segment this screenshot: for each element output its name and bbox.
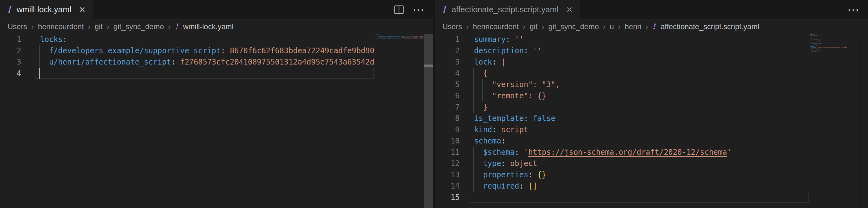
code-token: : xyxy=(506,35,510,44)
code-token: u/henri/affectionate_script xyxy=(49,58,171,67)
breadcrumb-item[interactable]: henricourdent xyxy=(473,22,519,31)
breadcrumb-separator-icon: › xyxy=(645,23,648,31)
code-token: : xyxy=(501,136,506,145)
code-token: locks xyxy=(40,35,63,44)
tab-label: wmill-lock.yaml xyxy=(17,5,71,15)
code-line[interactable]: "version": "3", xyxy=(474,79,732,90)
tab-affectionate-script-yaml[interactable]: ! affectionate_script.script.yaml ✕ xyxy=(435,0,580,19)
code-line[interactable]: locks: xyxy=(40,34,374,45)
breadcrumb-item[interactable]: git xyxy=(95,22,102,31)
breadcrumb-item[interactable]: u xyxy=(610,22,614,31)
minimap[interactable]: summary: ''description: ''lock: | { "ver… xyxy=(810,34,859,208)
code-token: required xyxy=(483,182,519,190)
minimap-line: u/henri/affectionate_script: f2768573cfc… xyxy=(375,37,423,39)
code-token: : xyxy=(519,182,524,190)
code-token: schema xyxy=(474,136,501,145)
code-line[interactable] xyxy=(474,192,732,203)
code-token xyxy=(528,46,532,55)
code-token: 8670f6c62f683bdea72249cadfe9bd90 xyxy=(230,46,374,55)
tab-label: affectionate_script.script.yaml xyxy=(452,5,558,15)
breadcrumb: Users›henricourdent›git›git_sync_demo›u›… xyxy=(435,20,868,34)
code-line[interactable]: $schema: 'https://json-schema.org/draft/… xyxy=(474,147,732,158)
code-line[interactable]: is_template: false xyxy=(474,113,732,124)
code-token xyxy=(474,148,483,157)
breadcrumb-item[interactable]: Users xyxy=(7,22,27,31)
scrollbar-marker xyxy=(424,64,433,67)
breadcrumb-file[interactable]: affectionate_script.script.yaml xyxy=(661,22,760,31)
code-editor[interactable]: 1234locks: f/developers_example/supporti… xyxy=(0,34,433,208)
code-line[interactable]: kind: script xyxy=(474,124,732,135)
schema-url-link[interactable]: https://json-schema.org/draft/2020-12/sc… xyxy=(528,148,727,157)
code-area[interactable]: locks: f/developers_example/supportive_s… xyxy=(0,34,374,208)
breadcrumb-item[interactable]: Users xyxy=(442,22,462,31)
tab-bar-right: ! affectionate_script.script.yaml ✕ ⋯ xyxy=(435,0,868,20)
code-token: '' xyxy=(533,46,542,55)
code-token: : xyxy=(492,58,497,67)
code-token: false xyxy=(533,114,555,123)
code-line[interactable]: type: object xyxy=(474,158,732,169)
code-token: f2768573cfc204108975501312a4d95e7543a635… xyxy=(180,58,374,67)
yaml-warning-file-icon: ! xyxy=(652,23,656,30)
breadcrumb-item[interactable]: git_sync_demo xyxy=(549,22,599,31)
close-icon[interactable]: ✕ xyxy=(79,6,86,14)
breadcrumb-separator-icon: › xyxy=(541,23,545,31)
yaml-warning-file-icon: ! xyxy=(7,5,11,15)
breadcrumb-item[interactable]: henri xyxy=(625,22,641,31)
breadcrumb-separator-icon: › xyxy=(31,23,34,31)
breadcrumb-separator-icon: › xyxy=(168,23,171,31)
code-line[interactable]: u/henri/affectionate_script: f2768573cfc… xyxy=(40,56,374,68)
code-token: : xyxy=(515,148,519,157)
breadcrumb-item[interactable]: git_sync_demo xyxy=(114,22,164,31)
code-token: type xyxy=(483,159,501,168)
code-line[interactable]: required: [] xyxy=(474,180,732,192)
minimap-line: required: [] xyxy=(810,51,859,52)
breadcrumb-item[interactable]: git xyxy=(530,22,537,31)
close-icon[interactable]: ✕ xyxy=(566,6,573,14)
code-line[interactable]: lock: | xyxy=(474,56,732,68)
code-column: summary: ''description: ''lock: | { "ver… xyxy=(474,34,732,203)
code-line[interactable]: { xyxy=(474,68,732,79)
code-token xyxy=(528,114,532,123)
more-actions-icon[interactable]: ⋯ xyxy=(412,4,425,16)
code-line[interactable]: properties: {} xyxy=(474,169,732,180)
code-line[interactable]: description: '' xyxy=(474,45,732,56)
code-line[interactable]: schema: xyxy=(474,135,732,147)
code-token: : xyxy=(528,171,532,179)
code-token: : xyxy=(221,46,225,55)
more-actions-icon[interactable]: ⋯ xyxy=(847,4,860,16)
breadcrumb-item[interactable]: henricourdent xyxy=(38,22,84,31)
code-column: locks: f/developers_example/supportive_s… xyxy=(40,34,374,79)
editor-actions: ⋯ xyxy=(394,0,433,19)
code-token: script xyxy=(501,125,528,134)
code-area[interactable]: summary: ''description: ''lock: | { "ver… xyxy=(435,34,809,208)
code-token xyxy=(519,148,524,157)
vertical-scrollbar[interactable] xyxy=(424,34,433,208)
breadcrumb-separator-icon: › xyxy=(88,23,91,31)
yaml-warning-file-icon: ! xyxy=(175,23,178,30)
code-token: kind xyxy=(474,125,492,134)
minimap-edge-line xyxy=(860,34,860,208)
code-line[interactable]: "remote": {} xyxy=(474,90,732,102)
code-line[interactable] xyxy=(40,68,374,79)
code-token xyxy=(510,35,515,44)
tab-wmill-lock-yaml[interactable]: ! wmill-lock.yaml ✕ xyxy=(0,0,93,19)
tab-bar-left: ! wmill-lock.yaml ✕ ⋯ xyxy=(0,0,433,20)
code-token: $schema xyxy=(483,148,515,157)
code-line[interactable]: summary: '' xyxy=(474,34,732,45)
code-token: : xyxy=(171,58,176,67)
editor-group-left: ! wmill-lock.yaml ✕ ⋯ Users›henricourden… xyxy=(0,0,433,208)
split-editor-icon[interactable] xyxy=(394,4,404,15)
code-editor[interactable]: 123456789101112131415summary: ''descript… xyxy=(435,34,868,208)
code-token xyxy=(533,171,537,179)
code-token: "version": "3", xyxy=(474,80,560,89)
breadcrumb-separator-icon: › xyxy=(466,23,469,31)
code-token xyxy=(506,159,510,168)
breadcrumb-file[interactable]: wmill-lock.yaml xyxy=(183,22,233,31)
code-line[interactable]: } xyxy=(474,102,732,113)
code-token: ' xyxy=(524,148,528,157)
code-token: f/developers_example/supportive_script xyxy=(49,46,221,55)
code-line[interactable]: f/developers_example/supportive_script: … xyxy=(40,45,374,56)
code-token: { xyxy=(474,69,488,78)
code-token: "remote": {} xyxy=(474,92,546,100)
minimap[interactable]: locks: f/developers_example/supportive_s… xyxy=(375,34,423,208)
